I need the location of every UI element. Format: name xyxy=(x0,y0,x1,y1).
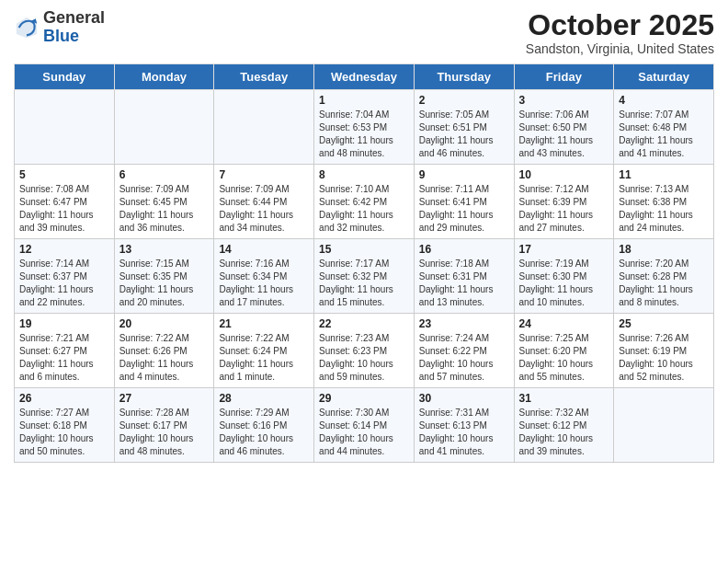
calendar-cell: 15Sunrise: 7:17 AM Sunset: 6:32 PM Dayli… xyxy=(314,239,415,314)
day-info: Sunrise: 7:28 AM Sunset: 6:17 PM Dayligh… xyxy=(119,407,210,458)
calendar-cell: 29Sunrise: 7:30 AM Sunset: 6:14 PM Dayli… xyxy=(314,388,415,463)
calendar-cell: 6Sunrise: 7:09 AM Sunset: 6:45 PM Daylig… xyxy=(114,165,214,239)
day-number: 7 xyxy=(219,168,309,181)
calendar-cell: 12Sunrise: 7:14 AM Sunset: 6:37 PM Dayli… xyxy=(15,239,115,314)
day-info: Sunrise: 7:26 AM Sunset: 6:19 PM Dayligh… xyxy=(619,332,709,384)
day-info: Sunrise: 7:13 AM Sunset: 6:38 PM Dayligh… xyxy=(619,183,709,235)
calendar-cell xyxy=(614,388,714,463)
day-number: 5 xyxy=(19,168,109,181)
day-info: Sunrise: 7:17 AM Sunset: 6:32 PM Dayligh… xyxy=(319,258,409,309)
day-info: Sunrise: 7:04 AM Sunset: 6:53 PM Dayligh… xyxy=(319,109,409,160)
day-info: Sunrise: 7:14 AM Sunset: 6:37 PM Dayligh… xyxy=(19,258,109,309)
calendar-week-3: 12Sunrise: 7:14 AM Sunset: 6:37 PM Dayli… xyxy=(15,239,714,314)
day-info: Sunrise: 7:05 AM Sunset: 6:51 PM Dayligh… xyxy=(419,109,509,160)
calendar-table: Sunday Monday Tuesday Wednesday Thursday… xyxy=(14,63,714,463)
calendar-body: 1Sunrise: 7:04 AM Sunset: 6:53 PM Daylig… xyxy=(15,90,714,463)
day-number: 13 xyxy=(119,243,210,256)
calendar-week-5: 26Sunrise: 7:27 AM Sunset: 6:18 PM Dayli… xyxy=(15,388,714,463)
day-info: Sunrise: 7:21 AM Sunset: 6:27 PM Dayligh… xyxy=(19,332,109,384)
calendar-cell xyxy=(15,90,115,165)
calendar-cell: 17Sunrise: 7:19 AM Sunset: 6:30 PM Dayli… xyxy=(514,239,614,314)
calendar-week-4: 19Sunrise: 7:21 AM Sunset: 6:27 PM Dayli… xyxy=(15,314,714,388)
day-info: Sunrise: 7:19 AM Sunset: 6:30 PM Dayligh… xyxy=(519,258,609,309)
day-number: 8 xyxy=(319,168,409,181)
col-saturday: Saturday xyxy=(614,64,714,90)
day-number: 14 xyxy=(219,243,309,256)
calendar-cell: 4Sunrise: 7:07 AM Sunset: 6:48 PM Daylig… xyxy=(614,90,714,165)
col-tuesday: Tuesday xyxy=(214,64,314,90)
day-number: 15 xyxy=(319,243,409,256)
day-info: Sunrise: 7:06 AM Sunset: 6:50 PM Dayligh… xyxy=(519,109,609,160)
day-number: 3 xyxy=(519,94,609,107)
day-info: Sunrise: 7:22 AM Sunset: 6:24 PM Dayligh… xyxy=(219,332,309,384)
day-info: Sunrise: 7:25 AM Sunset: 6:20 PM Dayligh… xyxy=(519,332,609,384)
day-number: 9 xyxy=(419,168,509,181)
logo: General Blue xyxy=(14,9,105,46)
calendar-cell: 21Sunrise: 7:22 AM Sunset: 6:24 PM Dayli… xyxy=(214,314,314,388)
day-info: Sunrise: 7:12 AM Sunset: 6:39 PM Dayligh… xyxy=(519,183,609,235)
day-info: Sunrise: 7:07 AM Sunset: 6:48 PM Dayligh… xyxy=(619,109,709,160)
day-number: 28 xyxy=(219,392,309,405)
day-number: 17 xyxy=(519,243,609,256)
day-info: Sunrise: 7:29 AM Sunset: 6:16 PM Dayligh… xyxy=(219,407,309,458)
day-number: 12 xyxy=(19,243,109,256)
day-number: 30 xyxy=(419,392,509,405)
day-info: Sunrise: 7:16 AM Sunset: 6:34 PM Dayligh… xyxy=(219,258,309,309)
day-info: Sunrise: 7:27 AM Sunset: 6:18 PM Dayligh… xyxy=(19,407,109,458)
day-info: Sunrise: 7:31 AM Sunset: 6:13 PM Dayligh… xyxy=(419,407,509,458)
calendar-cell: 9Sunrise: 7:11 AM Sunset: 6:41 PM Daylig… xyxy=(414,165,514,239)
calendar-cell: 25Sunrise: 7:26 AM Sunset: 6:19 PM Dayli… xyxy=(614,314,714,388)
logo-text: General Blue xyxy=(43,9,105,46)
day-number: 1 xyxy=(319,94,409,107)
calendar-cell: 14Sunrise: 7:16 AM Sunset: 6:34 PM Dayli… xyxy=(214,239,314,314)
calendar-cell: 19Sunrise: 7:21 AM Sunset: 6:27 PM Dayli… xyxy=(15,314,115,388)
day-number: 21 xyxy=(219,317,309,330)
day-info: Sunrise: 7:20 AM Sunset: 6:28 PM Dayligh… xyxy=(619,258,709,309)
day-number: 26 xyxy=(19,392,109,405)
day-number: 24 xyxy=(519,317,609,330)
day-number: 4 xyxy=(619,94,709,107)
day-info: Sunrise: 7:18 AM Sunset: 6:31 PM Dayligh… xyxy=(419,258,509,309)
calendar-week-2: 5Sunrise: 7:08 AM Sunset: 6:47 PM Daylig… xyxy=(15,165,714,239)
calendar-cell: 20Sunrise: 7:22 AM Sunset: 6:26 PM Dayli… xyxy=(114,314,214,388)
calendar-cell: 27Sunrise: 7:28 AM Sunset: 6:17 PM Dayli… xyxy=(114,388,214,463)
calendar-week-1: 1Sunrise: 7:04 AM Sunset: 6:53 PM Daylig… xyxy=(15,90,714,165)
col-friday: Friday xyxy=(514,64,614,90)
day-number: 18 xyxy=(619,243,709,256)
calendar-cell: 18Sunrise: 7:20 AM Sunset: 6:28 PM Dayli… xyxy=(614,239,714,314)
day-number: 23 xyxy=(419,317,509,330)
day-number: 31 xyxy=(519,392,609,405)
calendar-cell: 30Sunrise: 7:31 AM Sunset: 6:13 PM Dayli… xyxy=(414,388,514,463)
day-info: Sunrise: 7:32 AM Sunset: 6:12 PM Dayligh… xyxy=(519,407,609,458)
day-number: 19 xyxy=(19,317,109,330)
day-info: Sunrise: 7:22 AM Sunset: 6:26 PM Dayligh… xyxy=(119,332,210,384)
logo-blue: Blue xyxy=(43,28,105,46)
day-info: Sunrise: 7:11 AM Sunset: 6:41 PM Dayligh… xyxy=(419,183,509,235)
title-block: October 2025 Sandston, Virginia, United … xyxy=(526,9,714,56)
day-number: 2 xyxy=(419,94,509,107)
day-info: Sunrise: 7:23 AM Sunset: 6:23 PM Dayligh… xyxy=(319,332,409,384)
day-info: Sunrise: 7:15 AM Sunset: 6:35 PM Dayligh… xyxy=(119,258,210,309)
col-monday: Monday xyxy=(114,64,214,90)
day-number: 25 xyxy=(619,317,709,330)
day-number: 22 xyxy=(319,317,409,330)
calendar-cell: 16Sunrise: 7:18 AM Sunset: 6:31 PM Dayli… xyxy=(414,239,514,314)
day-number: 10 xyxy=(519,168,609,181)
day-number: 11 xyxy=(619,168,709,181)
col-thursday: Thursday xyxy=(414,64,514,90)
calendar-cell: 13Sunrise: 7:15 AM Sunset: 6:35 PM Dayli… xyxy=(114,239,214,314)
day-info: Sunrise: 7:24 AM Sunset: 6:22 PM Dayligh… xyxy=(419,332,509,384)
calendar-cell: 26Sunrise: 7:27 AM Sunset: 6:18 PM Dayli… xyxy=(15,388,115,463)
day-number: 16 xyxy=(419,243,509,256)
calendar-cell: 31Sunrise: 7:32 AM Sunset: 6:12 PM Dayli… xyxy=(514,388,614,463)
calendar-cell: 3Sunrise: 7:06 AM Sunset: 6:50 PM Daylig… xyxy=(514,90,614,165)
day-number: 27 xyxy=(119,392,210,405)
page-container: General Blue October 2025 Sandston, Virg… xyxy=(0,0,728,472)
calendar-cell: 24Sunrise: 7:25 AM Sunset: 6:20 PM Dayli… xyxy=(514,314,614,388)
day-number: 20 xyxy=(119,317,210,330)
calendar-header: Sunday Monday Tuesday Wednesday Thursday… xyxy=(15,64,714,90)
calendar-cell: 7Sunrise: 7:09 AM Sunset: 6:44 PM Daylig… xyxy=(214,165,314,239)
logo-icon xyxy=(14,15,40,40)
col-sunday: Sunday xyxy=(15,64,115,90)
calendar-cell xyxy=(114,90,214,165)
